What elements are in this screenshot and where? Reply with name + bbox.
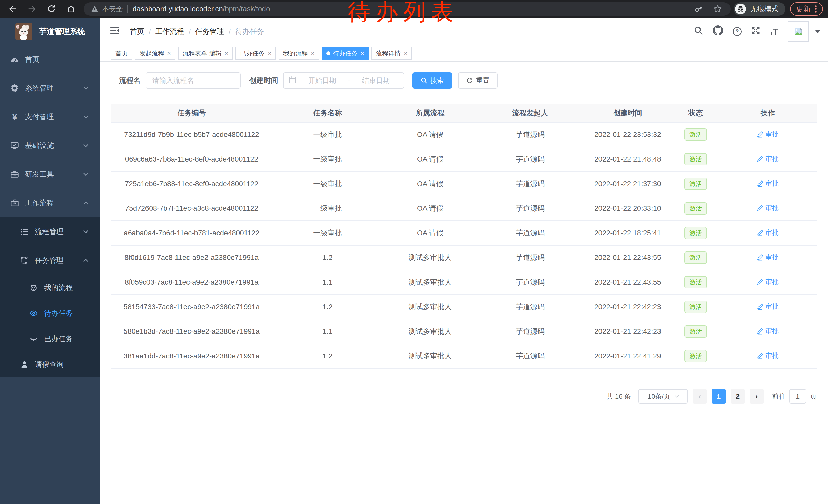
task-process: 测试多审批人 bbox=[383, 319, 478, 344]
home-icon[interactable] bbox=[67, 5, 75, 13]
search-button[interactable]: 搜索 bbox=[412, 72, 452, 89]
sidebar-item-done-tasks[interactable]: 已办任务 bbox=[0, 326, 100, 352]
reset-button[interactable]: 重置 bbox=[458, 72, 498, 89]
task-name: 一级审批 bbox=[273, 172, 383, 196]
sidebar-item-my-process[interactable]: 我的流程 bbox=[0, 275, 100, 301]
task-id: 75d72608-7b7f-11ec-a3c8-acde48001122 bbox=[111, 196, 273, 221]
breadcrumb-separator: / bbox=[189, 28, 191, 36]
eye-icon bbox=[29, 309, 38, 317]
sidebar-item-process-manage[interactable]: 流程管理 bbox=[0, 217, 100, 246]
sidebar-item-task-manage[interactable]: 任务管理 bbox=[0, 246, 100, 275]
page-size-select[interactable]: 10条/页 bbox=[638, 389, 688, 404]
tab-todo-tasks[interactable]: 待办任务× bbox=[322, 47, 369, 60]
sidebar-item-devtools[interactable]: 研发工具 bbox=[0, 160, 100, 189]
task-time: 2022-01-22 18:25:41 bbox=[583, 221, 672, 245]
sidebar-item-todo-tasks[interactable]: 待办任务 bbox=[0, 301, 100, 326]
close-icon[interactable]: × bbox=[311, 50, 315, 57]
breadcrumb-task-manage[interactable]: 任务管理 bbox=[196, 27, 224, 36]
end-date-placeholder[interactable]: 结束日期 bbox=[353, 76, 399, 85]
task-name: 一级审批 bbox=[273, 122, 383, 147]
approve-link[interactable]: 审批 bbox=[757, 351, 779, 360]
approve-link[interactable]: 审批 bbox=[757, 277, 779, 286]
browser-menu-icon[interactable] bbox=[815, 5, 817, 12]
approve-link[interactable]: 审批 bbox=[757, 253, 779, 262]
help-icon[interactable]: ? bbox=[733, 27, 742, 36]
approve-link[interactable]: 审批 bbox=[757, 302, 779, 311]
sidebar-collapse-icon[interactable] bbox=[108, 24, 122, 40]
address-bar[interactable]: 不安全 dashboard.yudao.iocoder.cn/bpm/task/… bbox=[84, 2, 731, 16]
date-range-picker[interactable]: 开始日期 - 结束日期 bbox=[283, 72, 404, 89]
tab-process-form-edit[interactable]: 流程表单-编辑× bbox=[178, 47, 233, 60]
tab-process-detail[interactable]: 流程详情× bbox=[371, 47, 412, 60]
breadcrumb-separator: / bbox=[149, 28, 151, 36]
approve-link[interactable]: 审批 bbox=[757, 327, 779, 335]
approve-link[interactable]: 审批 bbox=[757, 203, 779, 213]
avatar[interactable] bbox=[788, 21, 809, 42]
update-label[interactable]: 更新 bbox=[796, 4, 811, 14]
breadcrumb: 首页 / 工作流程 / 任务管理 / 待办任务 bbox=[130, 27, 264, 36]
sidebar-item-workflow[interactable]: 工作流程 bbox=[0, 189, 100, 217]
github-icon[interactable] bbox=[713, 26, 723, 38]
breadcrumb-home[interactable]: 首页 bbox=[130, 27, 144, 36]
incognito-badge: 无痕模式 bbox=[734, 2, 785, 16]
avatar-dropdown-caret-icon[interactable] bbox=[815, 30, 820, 33]
sidebar-item-label: 系统管理 bbox=[25, 83, 54, 93]
font-size-icon[interactable]: TT bbox=[770, 27, 778, 36]
todo-task-table: 任务编号 任务名称 所属流程 流程发起人 创建时间 状态 操作 73211d9d… bbox=[111, 103, 817, 369]
start-date-placeholder[interactable]: 开始日期 bbox=[300, 76, 345, 85]
sidebar-item-label: 流程管理 bbox=[35, 227, 64, 237]
sidebar-item-leave-query[interactable]: 请假查询 bbox=[0, 352, 100, 377]
back-icon[interactable] bbox=[8, 5, 17, 13]
reload-icon[interactable] bbox=[47, 5, 56, 13]
edit-pen-icon bbox=[757, 279, 763, 285]
close-icon[interactable]: × bbox=[167, 50, 171, 57]
forward-icon[interactable] bbox=[28, 5, 36, 13]
breadcrumb-workflow[interactable]: 工作流程 bbox=[156, 27, 184, 36]
page-1-button[interactable]: 1 bbox=[711, 389, 726, 404]
tab-my-process[interactable]: 我的流程× bbox=[279, 47, 319, 60]
goto-page-input[interactable] bbox=[789, 389, 806, 404]
fullscreen-icon[interactable] bbox=[751, 26, 760, 37]
not-secure-label[interactable]: 不安全 bbox=[102, 4, 123, 13]
password-key-icon[interactable] bbox=[694, 4, 703, 13]
approve-link[interactable]: 审批 bbox=[757, 130, 779, 139]
close-icon[interactable]: × bbox=[404, 50, 407, 57]
task-process: 测试多审批人 bbox=[383, 344, 478, 368]
approve-link[interactable]: 审批 bbox=[757, 228, 779, 237]
task-name: 一级审批 bbox=[273, 147, 383, 172]
tab-start-process[interactable]: 发起流程× bbox=[135, 47, 175, 60]
sidebar-item-pay[interactable]: ¥ 支付管理 bbox=[0, 102, 100, 131]
update-button[interactable]: 更新 bbox=[790, 2, 823, 16]
next-page-button[interactable]: › bbox=[749, 389, 764, 404]
page-2-button[interactable]: 2 bbox=[731, 389, 745, 404]
sidebar-item-infra[interactable]: 基础设施 bbox=[0, 131, 100, 160]
chevron-down-icon bbox=[675, 394, 679, 398]
prev-page-button[interactable]: ‹ bbox=[693, 389, 707, 404]
sidebar-item-label: 支付管理 bbox=[25, 112, 54, 122]
app-logo-row[interactable]: 芋道管理系统 bbox=[0, 18, 100, 45]
bookmark-star-icon[interactable] bbox=[713, 4, 722, 13]
task-time: 2022-01-22 21:37:30 bbox=[583, 172, 672, 196]
app-title: 芋道管理系统 bbox=[39, 27, 85, 37]
approve-link[interactable]: 审批 bbox=[757, 154, 779, 163]
close-icon[interactable]: × bbox=[225, 50, 228, 57]
tab-done-tasks[interactable]: 已办任务× bbox=[236, 47, 276, 60]
search-icon[interactable] bbox=[694, 26, 703, 37]
task-starter: 芋道源码 bbox=[478, 344, 583, 368]
chevron-up-icon bbox=[83, 259, 88, 264]
url-path: /bpm/task/todo bbox=[223, 5, 270, 13]
sidebar-item-system[interactable]: 系统管理 bbox=[0, 74, 100, 102]
close-icon[interactable]: × bbox=[268, 50, 272, 57]
task-process: OA 请假 bbox=[383, 122, 478, 147]
col-task-id: 任务编号 bbox=[111, 104, 273, 122]
app-logo bbox=[15, 23, 32, 40]
task-time: 2022-01-21 22:41:29 bbox=[583, 344, 672, 368]
process-name-input[interactable] bbox=[146, 72, 241, 89]
close-icon[interactable]: × bbox=[361, 50, 364, 57]
approve-link[interactable]: 审批 bbox=[757, 179, 779, 188]
status-badge: 激活 bbox=[685, 178, 707, 190]
sidebar-item-home[interactable]: 首页 bbox=[0, 45, 100, 74]
tab-home[interactable]: 首页 bbox=[111, 47, 132, 60]
task-name: 1.2 bbox=[273, 344, 383, 368]
task-process: OA 请假 bbox=[383, 196, 478, 221]
